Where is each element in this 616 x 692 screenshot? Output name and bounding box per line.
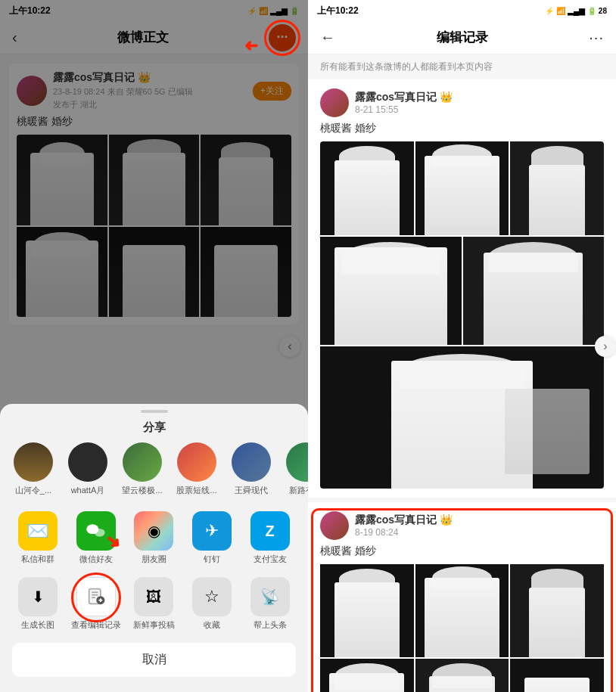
record2-photo-6[interactable]: [510, 659, 604, 692]
contact-name-4: 股票短线...: [176, 485, 216, 496]
news-submission-icon: 🖼: [134, 577, 173, 616]
contact-avatar-4: [177, 442, 216, 482]
contact-4[interactable]: 股票短线...: [176, 442, 218, 496]
edit-record-1: 露露cos写真日记 👑 8-21 15:55 桃暖酱 婚纱: [308, 79, 616, 502]
record-user-info-2: 露露cos写真日记 👑 8-19 08:24: [355, 514, 453, 538]
contact-name-1: 山河令_...: [15, 485, 51, 496]
right-back-button[interactable]: ←: [320, 29, 335, 46]
app-trending[interactable]: 📡 帮上头条: [244, 577, 296, 631]
app-edit-records[interactable]: 查看编辑记录: [70, 577, 123, 631]
app-label-alipay: 支付宝友: [254, 554, 287, 565]
right-panel: 上午10:22 ⚡ 📶 ▂▄▆ 🔋 28 ← 编辑记录 ··· 所有能看到这条微…: [308, 0, 616, 692]
edit-record-2: 露露cos写真日记 👑 8-19 08:24 桃暖酱 婚纱: [308, 502, 616, 692]
share-title: 分享: [0, 416, 308, 442]
right-status-icons: ⚡ 📶 ▂▄▆ 🔋 28: [545, 7, 607, 15]
contact-avatar-5: [232, 442, 271, 482]
record-1-photos: [320, 141, 604, 489]
record-photo-6[interactable]: [320, 346, 604, 489]
contact-6[interactable]: 新路有候: [285, 442, 308, 496]
right-signal-icon: 📶: [556, 7, 565, 15]
record2-photo-5[interactable]: [415, 659, 509, 692]
svg-point-1: [95, 529, 105, 537]
app-collect[interactable]: ☆ 收藏: [186, 577, 238, 631]
record-1-row1: [320, 141, 604, 235]
contact-avatar-6: [286, 442, 308, 482]
record2-photo-3[interactable]: [510, 564, 604, 658]
record-photo-4[interactable]: [320, 237, 462, 345]
record-avatar-1: [320, 88, 349, 117]
record-text-1: 桃暖酱 婚纱: [320, 122, 604, 135]
record-user-name-2: 露露cos写真日记 👑: [355, 514, 453, 527]
record-photo-2[interactable]: [415, 141, 509, 235]
record-user-info-1: 露露cos写真日记 👑 8-21 15:55: [355, 91, 453, 115]
record-photo-3[interactable]: [510, 141, 604, 235]
trending-icon: 📡: [250, 577, 290, 616]
left-panel: 上午10:22 ⚡ 📶 ▂▄▆ 🔋 ‹ 微博正文 ··· ➜: [0, 0, 308, 692]
contact-2[interactable]: whattA月: [67, 442, 109, 496]
record-user-name-1: 露露cos写真日记 👑: [355, 91, 453, 104]
record-2-row1: [320, 564, 604, 658]
record-time-2: 8-19 08:24: [355, 527, 453, 538]
record-text-2: 桃暖酱 婚纱: [320, 545, 604, 558]
dingtalk-icon: ✈: [192, 511, 232, 551]
record-2-photos: [320, 564, 604, 692]
app-growth-chart[interactable]: ⬇ 生成长图: [12, 577, 64, 631]
app-dingtalk[interactable]: ✈ 钉钉: [186, 511, 238, 565]
right-nav-left: ←: [320, 29, 335, 46]
sheet-handle: [141, 410, 168, 413]
contact-avatar-3: [123, 442, 162, 482]
contact-name-3: 望云楼极...: [122, 485, 162, 496]
growth-chart-icon: ⬇: [18, 577, 58, 616]
app-moments[interactable]: ◉ 朋友圈: [128, 511, 180, 565]
app-alipay[interactable]: Z 支付宝友: [244, 511, 296, 565]
contact-name-6: 新路有候: [289, 485, 308, 496]
share-sheet: 分享 山河令_... whattA月 望云楼极... 股票短线...: [0, 404, 308, 692]
record2-photo-2[interactable]: [415, 564, 509, 658]
record-photo-1[interactable]: [320, 141, 414, 235]
moments-icon: ◉: [134, 511, 173, 551]
share-recent-contacts: 山河令_... whattA月 望云楼极... 股票短线... 王舜现代 新路有…: [0, 442, 308, 505]
app-label-private: 私信和群: [21, 554, 54, 565]
record2-photo-4[interactable]: [320, 659, 414, 692]
app-wechat[interactable]: 微信好友: [70, 511, 123, 565]
contact-name-5: 王舜现代: [235, 485, 268, 496]
contact-3[interactable]: 望云楼极...: [121, 442, 163, 496]
alipay-icon: Z: [250, 511, 290, 551]
app-label-growth: 生成长图: [21, 619, 54, 631]
record-2-row2: [320, 659, 604, 692]
private-message-icon: ✉️: [18, 511, 58, 551]
record-header-2: 露露cos写真日记 👑 8-19 08:24: [320, 511, 604, 540]
right-nav-title: 编辑记录: [437, 29, 488, 46]
contact-avatar-1: [14, 442, 53, 482]
share-apps-row2: ⬇ 生成长图 查看编辑记录: [0, 571, 308, 637]
right-more-button[interactable]: ···: [589, 29, 604, 46]
right-scroll-button[interactable]: ›: [595, 336, 616, 357]
right-content: 露露cos写真日记 👑 8-21 15:55 桃暖酱 婚纱: [308, 79, 616, 692]
contact-1[interactable]: 山河令_...: [12, 442, 54, 496]
app-label-collect: 收藏: [204, 619, 220, 631]
app-private-message[interactable]: ✉️ 私信和群: [12, 511, 64, 565]
collect-icon: ☆: [192, 577, 232, 616]
cancel-button[interactable]: 取消: [12, 643, 296, 677]
contact-avatar-2: [68, 442, 107, 482]
app-news-submission[interactable]: 🖼 新鲜事投稿: [128, 577, 180, 631]
right-wifi-icon: ▂▄▆: [568, 7, 585, 15]
right-nav-bar: ← 编辑记录 ···: [308, 21, 616, 54]
contact-5[interactable]: 王舜现代: [230, 442, 272, 496]
app-label-edit-records: 查看编辑记录: [71, 619, 121, 631]
record2-photo-1[interactable]: [320, 564, 414, 658]
right-notice: 所有能看到这条微博的人都能看到本页内容: [308, 54, 616, 79]
record-avatar-2: [320, 511, 349, 540]
app-label-wechat: 微信好友: [79, 554, 113, 565]
record-time-1: 8-21 15:55: [355, 104, 453, 115]
contact-name-2: whattA月: [71, 485, 105, 496]
app-label-news: 新鲜事投稿: [133, 619, 175, 631]
record-photo-5[interactable]: [463, 237, 605, 345]
wechat-icon: [76, 511, 116, 551]
right-time: 上午10:22: [317, 5, 359, 17]
record-header-1: 露露cos写真日记 👑 8-21 15:55: [320, 88, 604, 117]
edit-records-icon: [76, 577, 116, 616]
right-status-bar: 上午10:22 ⚡ 📶 ▂▄▆ 🔋 28: [308, 0, 616, 21]
right-bluetooth-icon: ⚡: [545, 7, 554, 15]
share-apps-row1: ✉️ 私信和群 微信好友 ◉ 朋友圈 ✈ 钉钉: [0, 505, 308, 571]
